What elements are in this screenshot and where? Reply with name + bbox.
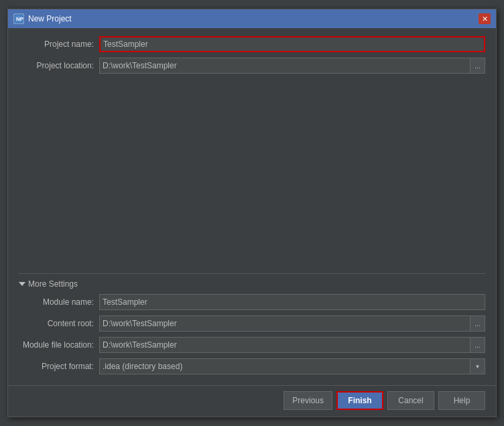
title-bar-title: New Project xyxy=(28,14,475,23)
expand-triangle-icon xyxy=(19,282,25,286)
title-bar-icon: NP xyxy=(13,13,24,24)
finish-button[interactable]: Finish xyxy=(336,391,383,410)
content-spacer xyxy=(19,79,485,273)
project-location-input[interactable] xyxy=(99,58,470,74)
project-name-row: Project name: xyxy=(19,36,485,52)
project-location-label: Project location: xyxy=(19,61,99,70)
content-root-browse-button[interactable]: ... xyxy=(470,315,485,332)
project-location-field-wrapper: ... xyxy=(99,58,485,74)
help-button[interactable]: Help xyxy=(438,391,485,410)
more-settings-section: More Settings Module name: Content root:… xyxy=(19,273,485,380)
content-root-label: Content root: xyxy=(19,319,99,328)
title-bar: NP New Project ✕ xyxy=(8,9,496,28)
content-root-field-wrapper: ... xyxy=(99,315,485,332)
select-arrow-icon xyxy=(470,358,485,374)
cancel-button[interactable]: Cancel xyxy=(387,391,434,410)
new-project-dialog: NP New Project ✕ Project name: Project l… xyxy=(7,9,497,417)
content-root-input[interactable] xyxy=(99,315,470,332)
svg-text:NP: NP xyxy=(16,16,23,22)
module-name-row: Module name: xyxy=(19,294,485,310)
previous-button[interactable]: Previous xyxy=(284,391,332,410)
close-button[interactable]: ✕ xyxy=(479,13,491,24)
project-name-input[interactable] xyxy=(99,36,485,52)
content-root-row: Content root: ... xyxy=(19,315,485,332)
project-format-select-wrapper: .idea (directory based) xyxy=(99,358,485,374)
project-format-row: Project format: .idea (directory based) xyxy=(19,358,485,374)
module-file-location-label: Module file location: xyxy=(19,340,99,350)
more-settings-label: More Settings xyxy=(28,279,78,289)
button-bar: Previous Finish Cancel Help xyxy=(8,385,496,417)
project-format-select[interactable]: .idea (directory based) xyxy=(99,358,470,374)
module-name-label: Module name: xyxy=(19,297,99,307)
project-location-browse-button[interactable]: ... xyxy=(470,58,485,74)
more-settings-header[interactable]: More Settings xyxy=(19,279,485,289)
module-file-location-row: Module file location: ... xyxy=(19,337,485,353)
dialog-content: Project name: Project location: ... More… xyxy=(8,28,496,385)
project-name-label: Project name: xyxy=(19,40,99,49)
module-file-location-field-wrapper: ... xyxy=(99,337,485,353)
module-file-location-browse-button[interactable]: ... xyxy=(470,337,485,353)
module-name-input[interactable] xyxy=(99,294,485,310)
module-file-location-input[interactable] xyxy=(99,337,470,353)
project-format-label: Project format: xyxy=(19,362,99,371)
project-location-row: Project location: ... xyxy=(19,58,485,74)
